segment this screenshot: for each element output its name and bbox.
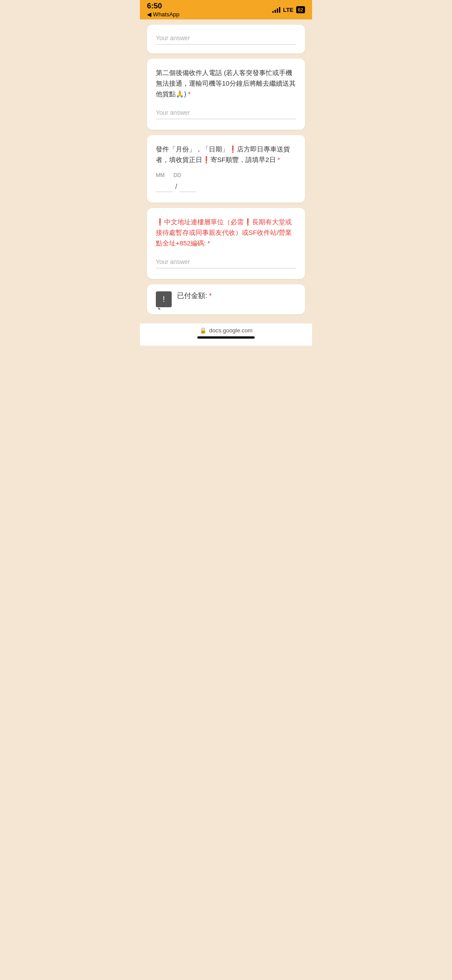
bottom-bar: 🔒 docs.google.com xyxy=(140,323,312,346)
date-separator: / xyxy=(175,183,177,191)
month-input[interactable] xyxy=(156,181,173,192)
date-section: MM DD / xyxy=(156,172,296,192)
required-star: * xyxy=(188,90,191,98)
mm-label: MM xyxy=(156,172,165,178)
card-backup-phone: 第二個後備收件人電話 (若人客突發事忙或手機無法接通，運輸司機等10分鐘后將離去… xyxy=(147,59,305,130)
lte-label: LTE xyxy=(283,7,294,13)
card-address: ❗中文地址連樓層單位（必需❗長期有大堂或接待處暫存或同事親友代收）或SF收件站/… xyxy=(147,208,305,279)
page-content: 第二個後備收件人電話 (若人客突發事忙或手機無法接通，運輸司機等10分鐘后將離去… xyxy=(140,19,312,323)
home-indicator xyxy=(197,336,255,339)
backup-phone-question: 第二個後備收件人電話 (若人客突發事忙或手機無法接通，運輸司機等10分鐘后將離去… xyxy=(156,68,296,99)
required-star-address: * xyxy=(207,239,210,247)
url-text: docs.google.com xyxy=(209,327,252,334)
card-top-partial xyxy=(147,25,305,53)
url-bar: 🔒 docs.google.com xyxy=(140,327,312,334)
date-labels: MM DD xyxy=(156,172,296,178)
status-time: 6:50 xyxy=(147,2,162,11)
signal-icon xyxy=(272,7,280,13)
date-input-row: / xyxy=(156,181,296,192)
status-left: 6:50 ◀ WhatsApp xyxy=(147,2,180,17)
back-button[interactable]: ◀ WhatsApp xyxy=(147,11,180,18)
address-question: ❗中文地址連樓層單位（必需❗長期有大堂或接待處暫存或同事親友代收）或SF收件站/… xyxy=(156,217,296,249)
status-right: LTE 62 xyxy=(272,6,305,13)
paid-label: 已付金額: * xyxy=(177,291,212,301)
top-answer-input[interactable] xyxy=(156,32,296,45)
address-input[interactable] xyxy=(156,256,296,268)
battery-indicator: 62 xyxy=(296,6,305,13)
status-bar: 6:50 ◀ WhatsApp LTE 62 xyxy=(140,0,312,19)
day-input[interactable] xyxy=(179,181,196,192)
exclamation-icon: ! xyxy=(162,295,165,304)
card-date: 發件「月份」，「日期」❗店方即日專車送貨者，填收貨正日❗寄SF順豐，請填早2日*… xyxy=(147,135,305,203)
dd-label: DD xyxy=(173,172,181,178)
required-star-paid: * xyxy=(209,292,211,300)
backup-phone-input[interactable] xyxy=(156,106,296,119)
lock-icon: 🔒 xyxy=(200,327,207,334)
card-paid: ! 已付金額: * xyxy=(147,284,305,314)
chat-icon: ! xyxy=(156,291,172,307)
date-question: 發件「月份」，「日期」❗店方即日專車送貨者，填收貨正日❗寄SF順豐，請填早2日* xyxy=(156,144,296,165)
required-star-date: * xyxy=(278,156,280,163)
